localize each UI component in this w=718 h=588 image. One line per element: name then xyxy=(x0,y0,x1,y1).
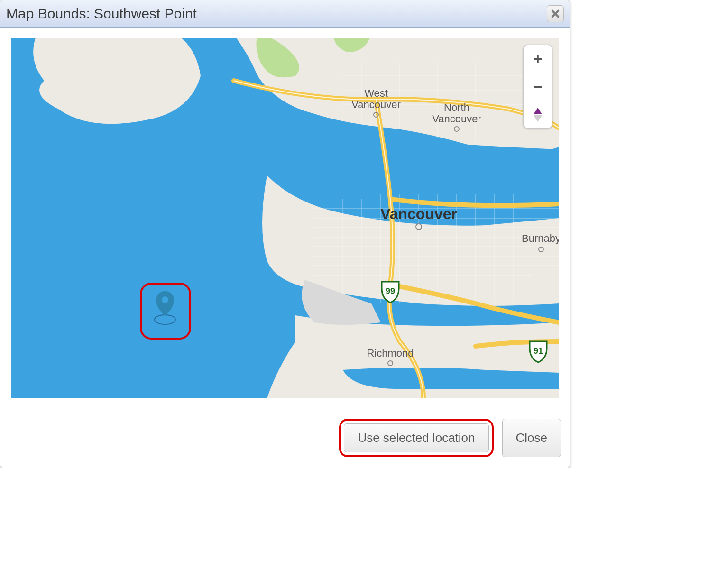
map-svg: West Vancouver North Vancouver Vancouver… xyxy=(11,38,559,398)
svg-text:99: 99 xyxy=(386,286,395,296)
plus-icon: + xyxy=(533,50,543,68)
dialog-titlebar[interactable]: Map Bounds: Southwest Point xyxy=(0,0,570,28)
close-icon xyxy=(551,9,560,18)
compass-south-icon xyxy=(534,115,542,122)
zoom-out-button[interactable]: − xyxy=(524,73,552,101)
dialog-close-button[interactable] xyxy=(547,5,564,22)
use-selected-highlight-frame: Use selected location xyxy=(339,419,493,457)
label-west-vancouver-2: Vancouver xyxy=(351,99,401,110)
label-vancouver: Vancouver xyxy=(380,205,457,222)
label-west-vancouver-1: West xyxy=(364,87,388,99)
dialog-footer: Use selected location Close xyxy=(0,409,570,468)
label-burnaby: Burnaby xyxy=(522,232,559,244)
compass-north-icon xyxy=(534,108,542,114)
minus-icon: − xyxy=(533,78,543,96)
zoom-in-button[interactable]: + xyxy=(524,45,552,73)
label-north-vancouver-1: North xyxy=(444,101,469,113)
map-container: West Vancouver North Vancouver Vancouver… xyxy=(0,28,570,409)
use-selected-location-button[interactable]: Use selected location xyxy=(344,423,488,452)
svg-text:91: 91 xyxy=(534,346,543,356)
label-richmond: Richmond xyxy=(367,347,414,359)
dialog-title: Map Bounds: Southwest Point xyxy=(6,6,197,22)
map-bounds-dialog: Map Bounds: Southwest Point xyxy=(0,0,570,468)
label-north-vancouver-2: Vancouver xyxy=(432,113,481,125)
reset-bearing-button[interactable] xyxy=(524,101,552,128)
close-button[interactable]: Close xyxy=(502,419,561,457)
map-canvas[interactable]: West Vancouver North Vancouver Vancouver… xyxy=(11,38,559,398)
map-zoom-control: + − xyxy=(523,45,552,129)
